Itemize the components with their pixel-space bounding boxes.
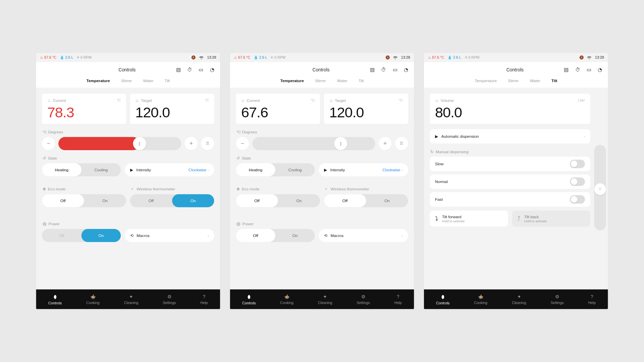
- display-icon[interactable]: ▭: [199, 67, 204, 73]
- target-temp-card[interactable]: ♨Target °C 120.0: [130, 94, 214, 124]
- recipe-icon[interactable]: ▤: [564, 67, 569, 73]
- minus-button[interactable]: −: [236, 137, 249, 150]
- display-icon[interactable]: ▭: [587, 67, 591, 73]
- bell-icon[interactable]: ◔: [598, 67, 602, 73]
- eco-on[interactable]: On: [84, 194, 126, 207]
- tab-stirrer[interactable]: Stirrer: [121, 78, 132, 83]
- history-icon: ↺: [236, 156, 240, 161]
- timer-icon[interactable]: ⏱: [187, 67, 192, 73]
- nav-settings[interactable]: ⚙Settings: [163, 294, 176, 304]
- power-segmented[interactable]: Off On: [236, 229, 315, 242]
- vslider-thumb[interactable]: =: [594, 183, 606, 195]
- status-bar: ♨67.6 °C 💧2.6 L ✳0 RPM 🔕 13:28: [230, 53, 414, 62]
- intensity-button[interactable]: ▶ Intensity Clockwise›: [319, 163, 408, 176]
- timer-icon[interactable]: ⏱: [575, 67, 580, 73]
- macros-button[interactable]: ⟲ Macros ›: [319, 229, 408, 242]
- device-screen-3: ♨67.6 °C 💧2.6 L ✳0 RPM 🔕 13:28 Controls …: [424, 53, 608, 309]
- power-segmented[interactable]: Off On: [42, 229, 121, 242]
- tab-water[interactable]: Water: [143, 78, 154, 83]
- tab-water[interactable]: Water: [530, 78, 540, 83]
- volume-card[interactable]: ♨Volume Liter 80.0: [430, 94, 590, 124]
- nav-controls[interactable]: ⬮Controls: [242, 294, 256, 305]
- wireless-off[interactable]: Off: [130, 194, 172, 207]
- power-off[interactable]: Off: [42, 229, 82, 242]
- eco-off[interactable]: Off: [42, 194, 84, 207]
- plus-button[interactable]: +: [184, 137, 198, 150]
- keypad-button[interactable]: ⠿: [395, 137, 408, 150]
- tab-stirrer[interactable]: Stirrer: [315, 78, 326, 83]
- degrees-label: °C Degrees: [236, 130, 408, 134]
- speed-normal-row[interactable]: Normal: [430, 174, 590, 189]
- degrees-slider[interactable]: ‖: [58, 137, 181, 150]
- state-cooling[interactable]: Cooling: [275, 163, 315, 176]
- degrees-slider[interactable]: ‖: [252, 137, 375, 150]
- nav-help[interactable]: ?Help: [588, 294, 596, 304]
- speed-fast-row[interactable]: Fast: [430, 192, 590, 206]
- chevron-right-icon: ›: [401, 168, 403, 172]
- eco-segmented[interactable]: Off On: [42, 194, 126, 207]
- plus-button[interactable]: +: [379, 137, 392, 150]
- speed-normal-toggle[interactable]: [570, 177, 585, 186]
- nav-cleaning[interactable]: ✦Cleaning: [512, 294, 526, 304]
- tab-water[interactable]: Water: [337, 78, 347, 83]
- flame-icon: ♨: [329, 98, 333, 103]
- nav-controls[interactable]: ⬮Controls: [48, 294, 62, 305]
- state-heating[interactable]: Heating: [42, 163, 82, 176]
- nav-cooking[interactable]: 🍲Cooking: [280, 294, 293, 304]
- spray-icon: ✦: [323, 294, 327, 299]
- target-temp-card[interactable]: ♨Target °C 120.0: [324, 94, 408, 124]
- tilt-vertical-slider[interactable]: =: [594, 145, 606, 230]
- tab-tilt[interactable]: Tilt: [551, 78, 557, 83]
- nav-help[interactable]: ?Help: [394, 294, 402, 304]
- wifi-icon: ᯤ: [325, 187, 329, 192]
- intensity-button[interactable]: ▶ Intensity Clockwise›: [125, 163, 214, 176]
- state-heating[interactable]: Heating: [236, 163, 275, 176]
- wireless-segmented[interactable]: Off On: [324, 194, 408, 207]
- recipe-icon[interactable]: ▤: [370, 67, 375, 73]
- power-on[interactable]: On: [275, 229, 315, 242]
- slider-thumb[interactable]: ‖: [334, 137, 347, 150]
- state-segmented[interactable]: Heating Cooling: [236, 163, 315, 176]
- timer-icon[interactable]: ⏱: [381, 67, 386, 73]
- speed-slow-row[interactable]: Slow: [430, 157, 590, 171]
- eco-segmented[interactable]: Off On: [236, 194, 320, 207]
- minus-button[interactable]: −: [42, 137, 55, 150]
- nav-settings[interactable]: ⚙Settings: [357, 294, 370, 304]
- state-cooling[interactable]: Cooling: [82, 163, 121, 176]
- nav-cleaning[interactable]: ✦Cleaning: [318, 294, 332, 304]
- nav-help[interactable]: ?Help: [200, 294, 208, 304]
- eco-on[interactable]: On: [278, 194, 320, 207]
- tilt-forward-button[interactable]: ⤵ Tilt forward Hold to activate: [430, 210, 508, 227]
- tab-temperature[interactable]: Temperature: [280, 78, 304, 83]
- bell-icon[interactable]: ◔: [210, 67, 214, 73]
- bell-icon[interactable]: ◔: [404, 67, 408, 73]
- wireless-on[interactable]: On: [172, 194, 214, 207]
- display-icon[interactable]: ▭: [393, 67, 397, 73]
- tab-tilt[interactable]: Tilt: [165, 78, 170, 83]
- power-off[interactable]: Off: [236, 229, 275, 242]
- wireless-on[interactable]: On: [366, 194, 408, 207]
- nav-cleaning[interactable]: ✦Cleaning: [124, 294, 139, 304]
- tab-stirrer[interactable]: Stirrer: [508, 78, 519, 83]
- speed-slow-toggle[interactable]: [570, 160, 585, 168]
- tab-temperature[interactable]: Temperature: [475, 78, 497, 83]
- keypad-button[interactable]: ⠿: [201, 137, 214, 150]
- tilt-back-button[interactable]: ⤴ Tilt back Hold to activate: [512, 210, 590, 227]
- auto-dispense-button[interactable]: ▶Automatic dispension ›: [430, 129, 590, 143]
- macros-button[interactable]: ⟲ Macros ›: [125, 229, 214, 242]
- power-on[interactable]: On: [82, 229, 121, 242]
- chef-icon: 🍲: [284, 294, 290, 299]
- recipe-icon[interactable]: ▤: [176, 67, 181, 73]
- tab-temperature[interactable]: Temperature: [87, 78, 110, 83]
- wireless-off[interactable]: Off: [324, 194, 366, 207]
- wireless-segmented[interactable]: Off On: [130, 194, 214, 207]
- speed-fast-toggle[interactable]: [570, 195, 585, 203]
- state-segmented[interactable]: Heating Cooling: [42, 163, 121, 176]
- nav-settings[interactable]: ⚙Settings: [551, 294, 564, 304]
- nav-cooking[interactable]: 🍲Cooking: [86, 294, 100, 304]
- slider-thumb[interactable]: ‖: [133, 137, 146, 150]
- tab-tilt[interactable]: Tilt: [359, 78, 364, 83]
- nav-controls[interactable]: ⬮Controls: [436, 294, 449, 305]
- nav-cooking[interactable]: 🍲Cooking: [474, 294, 488, 304]
- eco-off[interactable]: Off: [236, 194, 278, 207]
